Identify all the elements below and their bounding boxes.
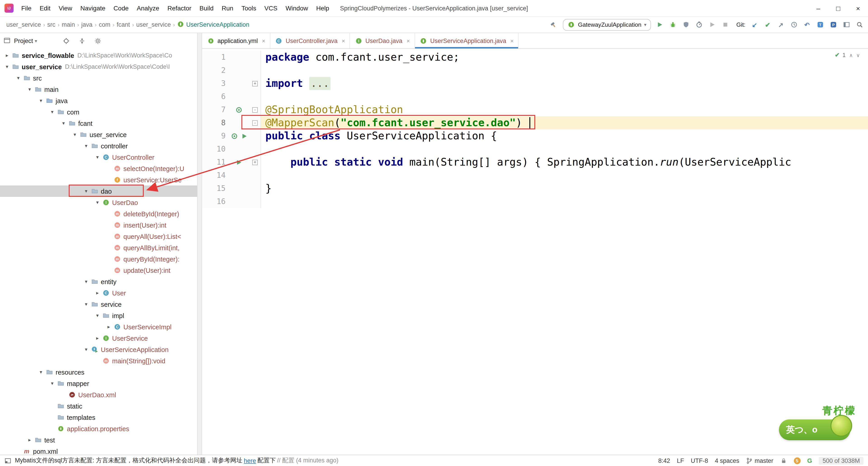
tree-item-pom-xml[interactable]: mpom.xml bbox=[0, 446, 197, 455]
next-issue-icon[interactable]: ∨ bbox=[855, 52, 861, 58]
memory-indicator[interactable]: 500 of 3038M bbox=[819, 457, 864, 464]
code-text[interactable]: @SpringBootApplication bbox=[261, 103, 868, 116]
chevron-right-icon[interactable]: ▸ bbox=[3, 53, 11, 58]
tree-item-service[interactable]: ▾service bbox=[0, 299, 197, 310]
tree-item-main[interactable]: ▾main bbox=[0, 84, 197, 95]
tree-item-deletebyid-integer[interactable]: mdeleteById(Integer) bbox=[0, 208, 197, 220]
chevron-down-icon[interactable]: ▾ bbox=[48, 380, 57, 386]
collapse-all-icon[interactable] bbox=[78, 37, 86, 45]
bean-gutter-icon[interactable] bbox=[236, 106, 242, 113]
code-text[interactable]: } bbox=[261, 182, 868, 195]
fold-marker[interactable]: - bbox=[252, 107, 258, 112]
chevron-down-icon[interactable]: ▾ bbox=[82, 143, 90, 149]
tree-item-src[interactable]: ▾src bbox=[0, 72, 197, 84]
menu-run[interactable]: Run bbox=[218, 0, 237, 17]
project-panel-title[interactable]: Project bbox=[14, 37, 33, 44]
menu-edit[interactable]: Edit bbox=[35, 0, 55, 17]
build-hammer-icon[interactable] bbox=[550, 21, 558, 29]
menu-vcs[interactable]: VCS bbox=[260, 0, 282, 17]
chevron-down-icon[interactable]: ▾ bbox=[14, 75, 23, 81]
chevron-down-icon[interactable]: ▾ bbox=[37, 369, 45, 375]
menu-file[interactable]: File bbox=[17, 0, 35, 17]
chevron-right-icon[interactable]: ▸ bbox=[93, 290, 102, 296]
breadcrumb-com[interactable]: com bbox=[97, 21, 112, 28]
breadcrumb-src[interactable]: src bbox=[45, 21, 57, 28]
run-gutter-icon[interactable] bbox=[236, 159, 242, 166]
menu-analyze[interactable]: Analyze bbox=[133, 0, 163, 17]
bean-gutter-icon[interactable] bbox=[231, 133, 238, 139]
git-commit-icon[interactable]: ✔ bbox=[764, 21, 772, 29]
tree-item-mapper[interactable]: ▾mapper bbox=[0, 378, 197, 389]
toolwindow-toggle-icon[interactable] bbox=[4, 457, 11, 464]
menu-code[interactable]: Code bbox=[110, 0, 133, 17]
history-icon[interactable] bbox=[790, 21, 798, 29]
chevron-down-icon[interactable]: ▾ bbox=[93, 200, 102, 205]
tree-item-resources[interactable]: ▾resources bbox=[0, 367, 197, 378]
tree-item-impl[interactable]: ▾impl bbox=[0, 310, 197, 321]
tree-item-main-string-void[interactable]: mmain(String[]):void bbox=[0, 355, 197, 367]
code-text[interactable]: package com.fcant.user_service; bbox=[261, 51, 868, 64]
code-text[interactable] bbox=[261, 143, 868, 156]
breadcrumb-user-service[interactable]: user_service bbox=[4, 21, 43, 28]
code-text[interactable]: public static void main(String[] args) {… bbox=[261, 156, 868, 169]
chevron-down-icon[interactable]: ▾ bbox=[82, 347, 90, 352]
status-message-link[interactable]: here bbox=[244, 457, 256, 464]
tab-usercontroller-java[interactable]: CUserController.java× bbox=[270, 33, 350, 49]
tree-item-querybyid-integer[interactable]: mqueryById(Integer): bbox=[0, 253, 197, 265]
menu-tools[interactable]: Tools bbox=[237, 0, 260, 17]
tree-item-com[interactable]: ▾com bbox=[0, 106, 197, 118]
tab-application-yml[interactable]: application.yml× bbox=[202, 33, 270, 49]
tree-item-templates[interactable]: templates bbox=[0, 412, 197, 423]
prev-issue-icon[interactable]: ∧ bbox=[848, 52, 854, 58]
code-text[interactable]: import ... bbox=[261, 77, 868, 90]
tree-item-java[interactable]: ▾java bbox=[0, 95, 197, 106]
tree-item-entity[interactable]: ▾entity bbox=[0, 276, 197, 287]
tree-item-userserviceimpl[interactable]: ▸CUserServiceImpl bbox=[0, 321, 197, 332]
close-button[interactable]: × bbox=[848, 0, 868, 16]
tree-item-user[interactable]: ▸CUser bbox=[0, 287, 197, 299]
editor[interactable]: 1package com.fcant.user_service;23+impor… bbox=[202, 49, 868, 455]
chevron-down-icon[interactable]: ▾ bbox=[48, 109, 57, 115]
chevron-down-icon[interactable]: ▾ bbox=[37, 98, 45, 104]
line-separator[interactable]: LF bbox=[677, 457, 684, 464]
menu-navigate[interactable]: Navigate bbox=[76, 0, 110, 17]
tab-userdao-java[interactable]: IUserDao.java× bbox=[350, 33, 415, 49]
close-icon[interactable]: × bbox=[262, 37, 266, 44]
chevron-down-icon[interactable]: ▾ bbox=[82, 188, 90, 194]
profiler-icon[interactable] bbox=[695, 21, 704, 29]
close-icon[interactable]: × bbox=[510, 37, 514, 44]
chevron-down-icon[interactable]: ▾ bbox=[93, 154, 102, 160]
menu-window[interactable]: Window bbox=[281, 0, 312, 17]
run-icon[interactable] bbox=[656, 21, 664, 29]
coverage-icon[interactable] bbox=[682, 21, 690, 29]
code-text[interactable] bbox=[261, 90, 868, 103]
code-text[interactable] bbox=[261, 195, 868, 208]
tree-item-userservice[interactable]: ▸IUserService bbox=[0, 332, 197, 344]
chevron-down-icon[interactable]: ▾ bbox=[82, 279, 90, 285]
fold-marker[interactable]: - bbox=[252, 120, 258, 125]
run-gutter-icon[interactable] bbox=[241, 133, 248, 139]
close-icon[interactable]: × bbox=[406, 37, 410, 44]
notification-badge[interactable]: 5 bbox=[794, 457, 800, 464]
chevron-down-icon[interactable]: ▾ bbox=[70, 132, 79, 138]
git-branch-widget[interactable]: master bbox=[746, 457, 774, 464]
git-update-icon[interactable]: ↙ bbox=[750, 21, 758, 29]
chevron-down-icon[interactable]: ▾ bbox=[82, 301, 90, 307]
tree-item-userservice-userse[interactable]: fuserService:UserSe bbox=[0, 174, 197, 185]
breadcrumb-main[interactable]: main bbox=[60, 21, 77, 28]
chevron-down-icon[interactable]: ▾ bbox=[59, 120, 68, 126]
code-text[interactable]: @MapperScan("com.fcant.user_service.dao"… bbox=[261, 116, 868, 129]
rollback-icon[interactable]: ↶ bbox=[803, 21, 811, 29]
menu-refactor[interactable]: Refactor bbox=[163, 0, 195, 17]
fold-marker[interactable]: + bbox=[252, 81, 258, 86]
debug-icon[interactable] bbox=[669, 21, 677, 29]
breadcrumb-user-service[interactable]: user_service bbox=[134, 21, 173, 28]
tree-item-userdao-xml[interactable]: UserDao.xml bbox=[0, 389, 197, 400]
close-icon[interactable]: × bbox=[342, 37, 345, 44]
chevron-down-icon[interactable]: ▾ bbox=[3, 64, 11, 70]
tree-item-service-flowable[interactable]: ▸service_flowableD:\LinkSpace\Work\WorkS… bbox=[0, 50, 197, 61]
translate-plugin-icon[interactable]: T bbox=[816, 21, 824, 29]
maximize-button[interactable]: □ bbox=[828, 0, 848, 16]
tab-userserviceapplication-java[interactable]: UserServiceApplication.java× bbox=[415, 33, 519, 49]
rerun-icon[interactable] bbox=[708, 21, 717, 29]
